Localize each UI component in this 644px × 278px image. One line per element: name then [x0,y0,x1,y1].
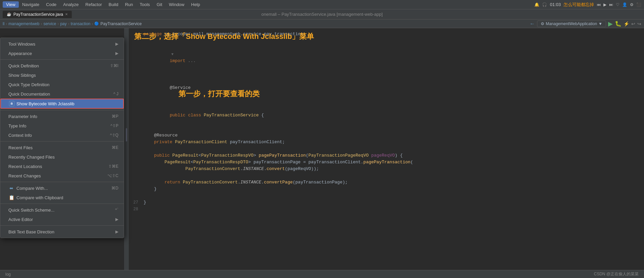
menu-entry-parameter-info[interactable]: Parameter Info ⌘P [0,112,124,121]
breadcrumb-service[interactable]: service [43,21,56,26]
user-icon: 👤 [622,2,627,7]
menu-entry-bidi-text[interactable]: Bidi Text Base Direction ▶ [0,227,124,236]
menu-view[interactable]: View [3,1,19,8]
recent-changes-shortcut: ⌥⇧C [107,173,118,178]
menu-help[interactable]: Help [188,1,204,8]
menu-run[interactable]: Run [122,1,137,8]
bidi-text-arrow: ▶ [115,229,118,234]
recent-files-label: Recent Files [8,145,112,150]
vertical-scrollbar-thumb[interactable] [126,128,127,142]
menu-entry-type-info[interactable]: Type Info ^⇧P [0,121,124,130]
code-line-27: 27 } [129,199,644,206]
recent-locations-label: Recent Locations [8,164,108,169]
run-button[interactable]: ▶ [608,20,613,27]
quick-definition-shortcut: ⇧⌘I [110,63,118,68]
tab-close-button[interactable]: ✕ [65,12,68,16]
heart-icon[interactable]: ♡ [616,2,620,7]
menu-entry-compare-clipboard[interactable]: 📋 Compare with Clipboard [0,193,124,202]
debug-button[interactable]: 🐛 [615,20,622,27]
undo-icon[interactable]: ↩ [631,21,635,26]
media-prev-icon[interactable]: ⏮ [597,2,601,7]
breadcrumb-transaction[interactable]: transaction [71,21,91,26]
active-tab[interactable]: ☕ PayTransactionService.java ✕ [3,11,72,18]
menu-tools[interactable]: Tools [137,1,153,8]
menu-section-3: Parameter Info ⌘P Type Info ^⇧P Context … [0,112,124,140]
bidi-text-label: Bidi Text Base Direction [8,229,115,234]
menu-refactor[interactable]: Refactor [82,1,105,8]
appearance-label: Appearance [8,51,115,56]
menu-build[interactable]: Build [105,1,122,8]
menu-entry-quick-definition[interactable]: Quick Definition ⇧⌘I [0,61,124,70]
menu-entry-context-info[interactable]: Context Info ^⇧Q [0,130,124,140]
quick-documentation-shortcut: ^ J [113,92,118,96]
context-info-label: Context Info [8,133,110,138]
breadcrumb-ll[interactable]: ll [3,21,4,26]
editor-area: 第二步，选择「Show Bytecode With Jclasslib」菜单 p… [124,28,644,278]
divider-1 [0,59,124,60]
tab-label: PayTransactionService.java [13,12,63,17]
status-log: log [5,272,11,277]
menu-code[interactable]: Code [43,1,60,8]
notification-icon: 🔔 [534,2,539,7]
run-config-selector[interactable]: ⚙ ManagementWebApplication ▼ [537,20,606,27]
code-line-28: 28 [129,206,644,213]
menu-entry-recent-locations[interactable]: Recent Locations ⇧⌘E [0,162,124,171]
show-siblings-label: Show Siblings [8,73,118,78]
menu-entry-active-editor[interactable]: Active Editor ▶ [0,215,124,224]
menu-entry-recently-changed[interactable]: Recently Changed Files [0,152,124,162]
breadcrumb-managementweb[interactable]: managementweb [8,21,39,26]
menu-entry-show-bytecode[interactable]: B Show Bytecode With Jclasslib [0,99,124,109]
code-line [129,192,644,199]
code-line-method-body1: PageResult<PayTransactionRespDTO> payTra… [129,159,644,166]
main-layout: Tool Windows ▶ Appearance ▶ Quick Defini… [0,28,644,278]
menu-git[interactable]: Git [153,1,166,8]
more-run-icon[interactable]: ⚡ [624,21,629,26]
menu-entry-appearance[interactable]: Appearance ▶ [0,49,124,58]
menu-section-4: Recent Files ⌘E Recently Changed Files R… [0,143,124,180]
menu-window[interactable]: Window [166,1,188,8]
code-line-field: private PayTransactionClient payTransact… [129,139,644,146]
code-line [129,146,644,152]
menu-navigate[interactable]: Navigate [19,1,43,8]
breadcrumb-bar: ll › managementweb › service › pay › tra… [0,19,644,28]
redo-icon[interactable]: ↪ [637,21,641,26]
maximize-icon[interactable]: ⬛ [636,2,641,7]
settings-icon[interactable]: ⚙ [630,2,634,7]
recently-changed-label: Recently Changed Files [8,155,118,160]
breadcrumb-pay[interactable]: pay [60,21,66,26]
media-play-icon[interactable]: ▶ [603,2,606,7]
bytecode-icon: B [9,101,14,106]
menu-entry-quick-type-definition[interactable]: Quick Type Definition [0,80,124,89]
menu-section-6: Quick Switch Scheme... ^` Active Editor … [0,205,124,224]
quick-type-definition-label: Quick Type Definition [8,82,118,87]
show-bytecode-label: Show Bytecode With Jclasslib [16,101,118,106]
run-config-icon: ⚙ [541,21,544,26]
tab-bar: ☕ PayTransactionService.java ✕ onemall –… [0,9,644,19]
code-line [129,125,644,132]
menu-entry-quick-switch[interactable]: Quick Switch Scheme... ^` [0,205,124,215]
window-title: onemall – PayTransactionService.java [ma… [261,12,383,17]
menu-entry-show-siblings[interactable]: Show Siblings [0,70,124,80]
code-line-class: public class PayTransactionService { [129,105,644,125]
menu-entry-tool-windows[interactable]: Tool Windows ▶ [0,39,124,49]
divider-5 [0,204,124,204]
menu-section-1: Tool Windows ▶ Appearance ▶ [0,39,124,58]
menu-analyze[interactable]: Analyze [60,1,82,8]
menu-entry-compare-with[interactable]: ⬌ Compare With... ⌘D [0,183,124,193]
media-next-icon[interactable]: ⏭ [609,2,613,7]
menu-entry-quick-documentation[interactable]: Quick Documentation ^ J [0,89,124,99]
nav-back-icon[interactable]: ← [530,21,535,27]
code-line-method-body2: PayTransactionConvert.INSTANCE.convert(p… [129,166,644,172]
menu-entry-recent-files[interactable]: Recent Files ⌘E [0,143,124,152]
code-line [129,172,644,179]
compare-with-label: Compare With... [16,186,111,191]
appearance-arrow: ▶ [115,51,118,56]
code-line: package cn.iocoder.mall.managementweb.se… [129,31,644,38]
divider-4 [0,182,124,182]
tool-windows-arrow: ▶ [115,42,118,46]
status-bar: log CSDN @正在偷人的菜菜 [0,270,644,278]
menu-entry-recent-changes[interactable]: Recent Changes ⌥⇧C [0,171,124,180]
fold-import-icon[interactable]: ▼ [170,52,175,57]
compare-clipboard-icon: 📋 [8,194,14,201]
code-line-method-sig: public PageResult<PayTransactionRespVO> … [129,152,644,159]
